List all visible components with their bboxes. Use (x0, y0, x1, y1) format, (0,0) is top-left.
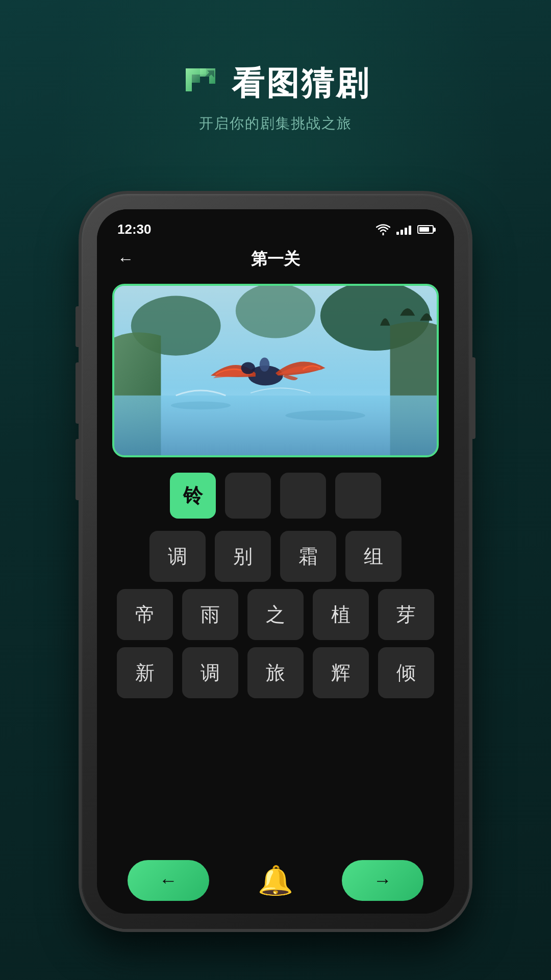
char-row-1: 调 别 霜 组 (107, 531, 444, 582)
app-header: 看图猜剧 开启你的剧集挑战之旅 (0, 61, 551, 133)
char-button-植[interactable]: 植 (313, 589, 369, 640)
phone-button-vol-up (76, 362, 81, 424)
answer-slot-1[interactable] (225, 473, 271, 519)
signal-icon (396, 225, 411, 235)
svg-point-6 (171, 402, 231, 410)
app-logo-icon (181, 63, 221, 104)
char-button-芽[interactable]: 芽 (378, 589, 434, 640)
app-subtitle: 开启你的剧集挑战之旅 (199, 114, 352, 133)
answer-slot-2[interactable] (280, 473, 326, 519)
prev-arrow-icon: ← (159, 870, 178, 891)
char-button-之[interactable]: 之 (247, 589, 304, 640)
answer-slot-3[interactable] (335, 473, 381, 519)
game-image (112, 284, 439, 457)
char-button-别[interactable]: 别 (215, 531, 271, 582)
char-button-辉[interactable]: 辉 (313, 647, 369, 698)
svg-point-4 (236, 286, 315, 338)
char-button-旅[interactable]: 旅 (247, 647, 304, 698)
scene-mountains-icon (114, 286, 437, 455)
nav-bar: ← 第一关 (97, 241, 454, 279)
character-grid: 调 别 霜 组 帝 雨 之 植 芽 新 调 旅 辉 倾 (97, 531, 454, 698)
next-button[interactable]: → (342, 860, 423, 901)
char-button-霜[interactable]: 霜 (280, 531, 336, 582)
next-arrow-icon: → (373, 870, 392, 891)
char-button-雨[interactable]: 雨 (182, 589, 238, 640)
bottom-bar: ← 🔔 → (97, 847, 454, 914)
battery-icon (417, 225, 434, 234)
char-row-2: 帝 雨 之 植 芽 (107, 589, 444, 640)
svg-rect-0 (192, 75, 200, 83)
answer-slots: 铃 (97, 468, 454, 531)
svg-point-7 (286, 410, 365, 421)
char-button-组[interactable]: 组 (345, 531, 402, 582)
status-time: 12:30 (117, 222, 152, 237)
app-title-row: 看图猜剧 (181, 61, 370, 106)
svg-rect-5 (114, 396, 437, 455)
bell-icon: 🔔 (258, 864, 293, 897)
char-button-调2[interactable]: 调 (182, 647, 238, 698)
phone-button-vol-down (76, 439, 81, 500)
level-title: 第一关 (251, 248, 300, 271)
status-bar: 12:30 (97, 209, 454, 241)
char-button-新[interactable]: 新 (117, 647, 173, 698)
phone-screen: 12:30 (97, 209, 454, 914)
bell-button[interactable]: 🔔 (258, 864, 293, 897)
svg-point-10 (260, 358, 270, 372)
answer-slot-0[interactable]: 铃 (170, 473, 216, 519)
char-button-倾[interactable]: 倾 (378, 647, 434, 698)
char-button-帝[interactable]: 帝 (117, 589, 173, 640)
app-title: 看图猜剧 (232, 61, 370, 106)
char-button-调1[interactable]: 调 (149, 531, 206, 582)
phone-mockup: 12:30 (82, 194, 469, 929)
svg-point-9 (241, 362, 255, 374)
char-row-3: 新 调 旅 辉 倾 (107, 647, 444, 698)
status-icons (376, 224, 434, 235)
back-button[interactable]: ← (117, 250, 134, 268)
phone-button-mute (76, 306, 81, 347)
wifi-icon (376, 224, 390, 235)
phone-button-power (470, 357, 475, 439)
prev-button[interactable]: ← (128, 860, 209, 901)
